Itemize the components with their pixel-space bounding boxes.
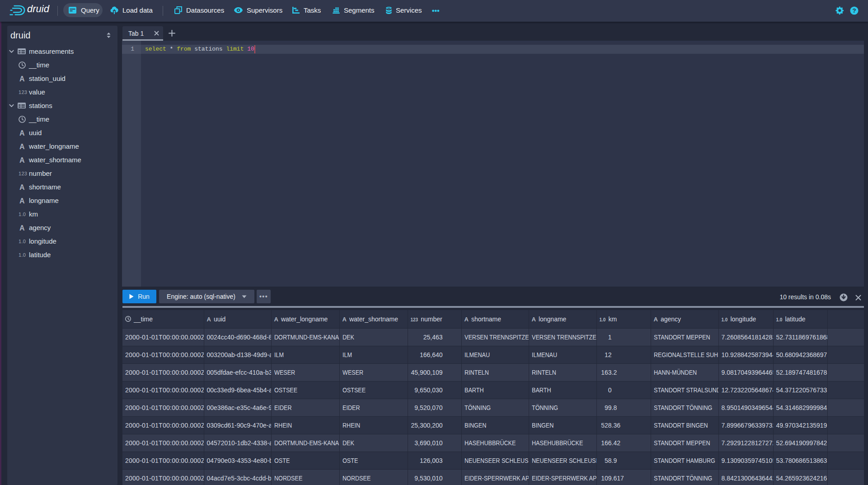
svg-text:?: ? — [852, 7, 856, 14]
